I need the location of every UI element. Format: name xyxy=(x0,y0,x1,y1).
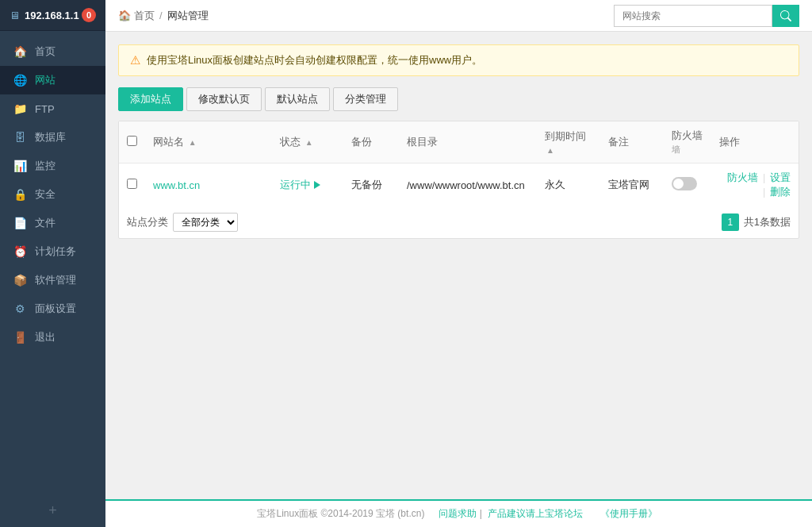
breadcrumb-current: 网站管理 xyxy=(167,9,209,23)
logout-icon: 🚪 xyxy=(13,330,27,344)
category-label: 站点分类 xyxy=(127,215,168,229)
col-header-path: 根目录 xyxy=(399,121,537,163)
action-separator: | xyxy=(763,171,765,183)
category-select[interactable]: 全部分类 xyxy=(173,213,238,232)
category-select-wrap: 站点分类 全部分类 xyxy=(127,213,238,232)
notification-badge: 0 xyxy=(82,8,96,22)
sites-table-wrapper: 网站名 ▲ 状态 ▲ 备份 根目录 到期时间 ▲ xyxy=(118,121,799,239)
sidebar-item-label: 网站 xyxy=(35,73,56,87)
toolbar: 添加站点 修改默认页 默认站点 分类管理 xyxy=(118,87,799,111)
delete-action-link[interactable]: 删除 xyxy=(770,186,791,198)
status-text: 运行中 xyxy=(280,178,311,192)
notice-text: 使用宝塔Linux面板创建站点时会自动创建权限配置，统一使用www用户。 xyxy=(147,53,482,67)
sidebar-item-panel[interactable]: ⚙ 面板设置 xyxy=(0,294,105,323)
search-button[interactable] xyxy=(772,5,799,27)
server-ip: 192.168.1.1 xyxy=(25,10,82,21)
monitor-icon: 🖥 xyxy=(10,10,20,21)
site-path: /www/wwwroot/www.bt.cn xyxy=(399,163,537,207)
status-dot-icon xyxy=(314,181,320,189)
notice-bar: ⚠ 使用宝塔Linux面板创建站点时会自动创建权限配置，统一使用www用户。 xyxy=(118,44,799,76)
plus-icon: + xyxy=(48,502,57,519)
default-site-button[interactable]: 默认站点 xyxy=(265,87,330,111)
security-icon: 🔒 xyxy=(13,187,27,202)
main-nav: 🏠 首页 🌐 网站 📁 FTP 🗄 数据库 📊 监控 🔒 安全 xyxy=(0,31,105,494)
sidebar-item-label: FTP xyxy=(35,103,55,115)
sidebar-item-database[interactable]: 🗄 数据库 xyxy=(0,123,105,152)
sidebar-item-label: 数据库 xyxy=(35,130,66,144)
select-all-checkbox[interactable] xyxy=(127,136,137,146)
sidebar-item-label: 首页 xyxy=(35,44,56,59)
add-nav-button[interactable]: + xyxy=(0,494,105,527)
firewall-toggle[interactable] xyxy=(672,177,697,190)
page-footer: 宝塔Linux面板 ©2014-2019 宝塔 (bt.cn) 问题求助| 产品… xyxy=(105,499,812,527)
files-icon: 📄 xyxy=(13,216,27,230)
sites-table: 网站名 ▲ 状态 ▲ 备份 根目录 到期时间 ▲ xyxy=(119,121,799,206)
page-content: ⚠ 使用宝塔Linux面板创建站点时会自动创建权限配置，统一使用www用户。 添… xyxy=(105,32,812,499)
footer-suggest-link[interactable]: 产品建议请上宝塔论坛 xyxy=(488,508,583,519)
page-badge: 1 xyxy=(722,213,739,231)
add-site-button[interactable]: 添加站点 xyxy=(118,87,183,111)
sidebar-item-label: 文件 xyxy=(35,216,56,230)
col-header-note: 备注 xyxy=(600,121,664,163)
website-icon: 🌐 xyxy=(13,73,27,87)
col-header-backup: 备份 xyxy=(343,121,399,163)
total-text: 共1条数据 xyxy=(744,215,791,229)
breadcrumb-home[interactable]: 🏠 首页 xyxy=(118,9,155,23)
sidebar-item-label: 面板设置 xyxy=(35,302,76,316)
sidebar-item-files[interactable]: 📄 文件 xyxy=(0,209,105,237)
home-icon: 🏠 xyxy=(118,10,131,21)
sidebar-item-website[interactable]: 🌐 网站 xyxy=(0,66,105,94)
footer-copy: 宝塔Linux面板 ©2014-2019 宝塔 (bt.cn) xyxy=(257,508,424,519)
breadcrumb-separator: / xyxy=(159,10,163,21)
col-header-action: 操作 xyxy=(711,121,799,163)
warning-icon: ⚠ xyxy=(130,53,140,67)
search-input[interactable] xyxy=(614,5,772,27)
col-header-checkbox xyxy=(119,121,145,163)
sidebar-item-label: 软件管理 xyxy=(35,273,76,287)
sidebar-item-home[interactable]: 🏠 首页 xyxy=(0,37,105,66)
col-header-expire[interactable]: 到期时间 ▲ xyxy=(537,121,600,163)
search-icon xyxy=(780,10,791,21)
breadcrumb-home-label: 首页 xyxy=(134,9,155,23)
breadcrumb: 🏠 首页 / 网站管理 xyxy=(118,9,614,23)
site-firewall xyxy=(664,163,711,207)
sidebar-item-security[interactable]: 🔒 安全 xyxy=(0,180,105,209)
ftp-icon: 📁 xyxy=(13,102,27,116)
site-actions: 防火墙 | 设置 | 删除 xyxy=(711,163,799,207)
schedule-icon: ⏰ xyxy=(13,244,27,259)
sort-icon: ▲ xyxy=(546,146,554,155)
category-mgmt-button[interactable]: 分类管理 xyxy=(333,87,398,111)
footer-help-link[interactable]: 问题求助 xyxy=(439,508,477,519)
table-row: www.bt.cn 运行中 无备份 /www/wwwroot/www.bt.cn… xyxy=(119,163,799,207)
table-footer: 站点分类 全部分类 1 共1条数据 xyxy=(119,206,799,238)
sidebar-item-schedule[interactable]: ⏰ 计划任务 xyxy=(0,237,105,266)
sidebar-item-label: 计划任务 xyxy=(35,244,76,259)
firewall-action-link[interactable]: 防火墙 xyxy=(727,171,758,183)
monitor-icon: 📊 xyxy=(13,159,27,173)
database-icon: 🗄 xyxy=(13,130,27,144)
search-box xyxy=(614,5,799,27)
site-expire: 永久 xyxy=(537,163,600,207)
sort-icon: ▲ xyxy=(189,138,197,147)
topbar: 🏠 首页 / 网站管理 xyxy=(105,0,812,32)
row-select-checkbox[interactable] xyxy=(127,179,137,189)
sidebar-item-software[interactable]: 📦 软件管理 xyxy=(0,266,105,294)
col-header-name[interactable]: 网站名 ▲ xyxy=(145,121,272,163)
sidebar-item-logout[interactable]: 🚪 退出 xyxy=(0,323,105,352)
sidebar-item-ftp[interactable]: 📁 FTP xyxy=(0,94,105,123)
action-separator: | xyxy=(763,186,765,198)
pagination-info: 1 共1条数据 xyxy=(722,213,791,231)
sidebar-item-label: 退出 xyxy=(35,330,56,344)
col-header-status[interactable]: 状态 ▲ xyxy=(272,121,343,163)
site-name-link[interactable]: www.bt.cn xyxy=(153,179,200,191)
sidebar-item-monitor[interactable]: 📊 监控 xyxy=(0,152,105,180)
footer-manual-link[interactable]: 《使用手册》 xyxy=(600,508,657,519)
site-status: 运行中 xyxy=(272,163,343,207)
main-area: 🏠 首页 / 网站管理 ⚠ 使用宝塔Linux面板创建站点时会自动创建 xyxy=(105,0,812,527)
sidebar: 🖥 192.168.1.1 0 🏠 首页 🌐 网站 📁 FTP 🗄 数据库 xyxy=(0,0,105,527)
site-name: www.bt.cn xyxy=(145,163,272,207)
sort-icon: ▲ xyxy=(305,138,313,147)
settings-action-link[interactable]: 设置 xyxy=(770,171,791,183)
site-backup: 无备份 xyxy=(343,163,399,207)
modify-default-button[interactable]: 修改默认页 xyxy=(186,87,262,111)
